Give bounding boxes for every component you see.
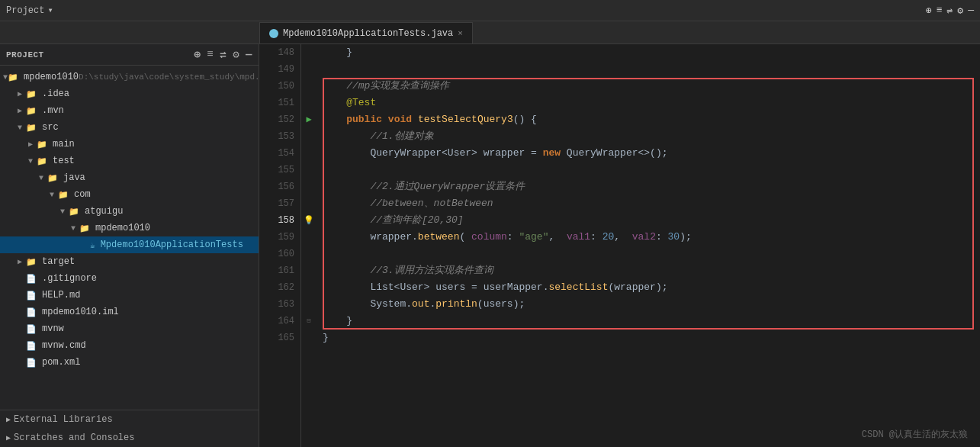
fold-cell-148 <box>301 44 316 61</box>
watermark: CSDN @认真生活的灰太狼 <box>862 428 968 441</box>
settings-icon[interactable]: ⚙ <box>957 5 963 17</box>
tree-label: test <box>53 156 75 166</box>
fold-cell-157 <box>301 195 316 212</box>
tree-item-mpdemo1010[interactable]: ▼📁mpdemo1010 <box>0 220 259 236</box>
tree-arrow: ▶ <box>24 140 37 149</box>
sidebar-header: Project ⊕ ≡ ⇌ ⚙ — <box>0 44 259 66</box>
line-num-155: 155 <box>273 162 294 178</box>
sidebar-add-icon[interactable]: ⊕ <box>194 48 201 61</box>
fold-cell-150 <box>301 78 316 95</box>
fold-cell-154 <box>301 145 316 162</box>
fold-marker[interactable]: ⊟ <box>307 317 310 325</box>
sidebar-minimize-icon[interactable]: — <box>246 48 252 61</box>
fold-cell-155 <box>301 162 316 178</box>
tree-arrow: ▶ <box>14 89 26 98</box>
code-content[interactable]: } //mp实现复杂查询操作 @Test public void testSel… <box>316 44 980 447</box>
title-bar: Project ▾ ⊕ ≡ ⇌ ⚙ — <box>0 0 980 21</box>
sync-icon[interactable]: ⇌ <box>947 5 953 17</box>
bottom-item-label: External Libraries <box>14 414 113 425</box>
line-num-158: 158 <box>273 212 294 229</box>
file-icon: 📁 <box>26 89 37 99</box>
tree-item-pom.xml[interactable]: 📄pom.xml <box>0 354 259 371</box>
tree-label: mvnw <box>42 323 64 334</box>
tree-item-.idea[interactable]: ▶📁.idea <box>0 85 259 102</box>
tree-item-mpdemo1010[interactable]: ▼📁mpdemo1010 D:\study\java\code\system_s… <box>0 69 259 85</box>
line-num-160: 160 <box>273 246 294 262</box>
tree-arrow: ▼ <box>14 124 26 132</box>
tree-item-.mvn[interactable]: ▶📁.mvn <box>0 102 259 119</box>
tree-item-mvnw[interactable]: 📄mvnw <box>0 320 259 337</box>
fold-cell-151 <box>301 95 316 111</box>
minimize-icon[interactable]: — <box>968 5 974 16</box>
tree-label: src <box>42 122 59 133</box>
code-line-162: List<User> users = userMapper.selectList… <box>323 279 974 296</box>
tab-mpdemo1010[interactable]: Mpdemo1010ApplicationTests.java × <box>259 22 473 43</box>
tree-item-mvnw.cmd[interactable]: 📄mvnw.cmd <box>0 337 259 354</box>
tree-arrow: ▼ <box>24 157 37 166</box>
run-arrow-icon[interactable]: ▶ <box>306 114 311 125</box>
code-line-163: System.out.println(users); <box>323 296 974 313</box>
fold-cell-163 <box>301 296 316 313</box>
file-icon: 📄 <box>26 274 37 284</box>
tree-arrow: ▼ <box>67 224 79 233</box>
line-num-163: 163 <box>273 296 294 313</box>
code-line-164: } <box>323 313 974 330</box>
sidebar-settings-icon[interactable]: ⚙ <box>233 48 239 61</box>
code-line-150: //mp实现复杂查询操作 <box>323 78 974 95</box>
tree-item-com[interactable]: ▼📁com <box>0 186 259 203</box>
tab-close-button[interactable]: × <box>458 29 463 38</box>
tree-item-mpdemo1010.iml[interactable]: 📄mpdemo1010.iml <box>0 304 259 320</box>
file-icon: 📁 <box>79 224 90 233</box>
tab-bar: Mpdemo1010ApplicationTests.java × <box>0 21 980 44</box>
fold-cell-152: ▶ <box>301 111 316 128</box>
sidebar-bottom-item-scratches-and-consoles[interactable]: ▶ Scratches and Consoles <box>0 429 259 447</box>
tree-item-target[interactable]: ▶📁target <box>0 253 259 270</box>
fold-cell-162 <box>301 279 316 296</box>
file-icon: 📁 <box>37 156 47 166</box>
tree-label: .idea <box>42 88 69 99</box>
sidebar-bottom-item-external-libraries[interactable]: ▶ External Libraries <box>0 410 259 429</box>
bottom-item-arrow: ▶ <box>6 433 11 442</box>
line-num-164: 164 <box>273 313 294 330</box>
tree-item-help.md[interactable]: 📄HELP.md <box>0 287 259 304</box>
tree-item-mpdemo1010applicationtests[interactable]: ☕Mpdemo1010ApplicationTests <box>0 236 259 253</box>
title-bar-icons: ⊕ ≡ ⇌ ⚙ — <box>926 5 974 17</box>
tree-label: mpdemo1010 <box>24 72 79 82</box>
tree-arrow: ▶ <box>14 106 26 115</box>
tree-label: target <box>42 256 75 267</box>
file-icon: 📁 <box>47 173 58 183</box>
file-icon: 📁 <box>69 207 79 217</box>
code-line-154: QueryWrapper<User> wrapper = new QueryWr… <box>323 145 974 162</box>
add-icon[interactable]: ⊕ <box>926 5 932 17</box>
tree-item-java[interactable]: ▼📁java <box>0 169 259 186</box>
tree-item-src[interactable]: ▼📁src <box>0 119 259 136</box>
lightbulb-icon[interactable]: 💡 <box>304 216 314 225</box>
tree-item-.gitignore[interactable]: 📄.gitignore <box>0 270 259 287</box>
sidebar-list-icon[interactable]: ≡ <box>207 48 214 61</box>
list-icon[interactable]: ≡ <box>937 5 943 16</box>
tree-item-atguigu[interactable]: ▼📁atguigu <box>0 203 259 220</box>
tab-file-icon <box>269 29 278 38</box>
code-line-153: //1.创建对象 <box>323 128 974 145</box>
tree-item-test[interactable]: ▼📁test <box>0 153 259 169</box>
code-line-161: //3.调用方法实现条件查询 <box>323 262 974 279</box>
line-num-149: 149 <box>273 61 294 78</box>
code-line-159: wrapper.between( column: "age", val1: 20… <box>323 229 974 246</box>
sidebar-title: Project <box>6 50 44 59</box>
line-num-150: 150 <box>273 78 294 95</box>
line-num-159: 159 <box>273 229 294 246</box>
code-line-157: //between、notBetween <box>323 195 974 212</box>
line-num-152: 152 <box>273 111 294 128</box>
line-num-156: 156 <box>273 178 294 195</box>
sidebar-sync-icon[interactable]: ⇌ <box>220 48 227 61</box>
project-menu[interactable]: Project ▾ <box>6 5 53 16</box>
file-icon: 📄 <box>26 324 37 334</box>
tree-item-main[interactable]: ▶📁main <box>0 136 259 153</box>
fold-cell-164: ⊟ <box>301 313 316 330</box>
file-icon: 📄 <box>26 291 37 301</box>
code-line-149 <box>323 61 974 78</box>
tree-arrow: ▶ <box>14 257 26 266</box>
fold-cell-161 <box>301 262 316 279</box>
fold-cell-149 <box>301 61 316 78</box>
fold-cell-158: 💡 <box>301 212 316 229</box>
